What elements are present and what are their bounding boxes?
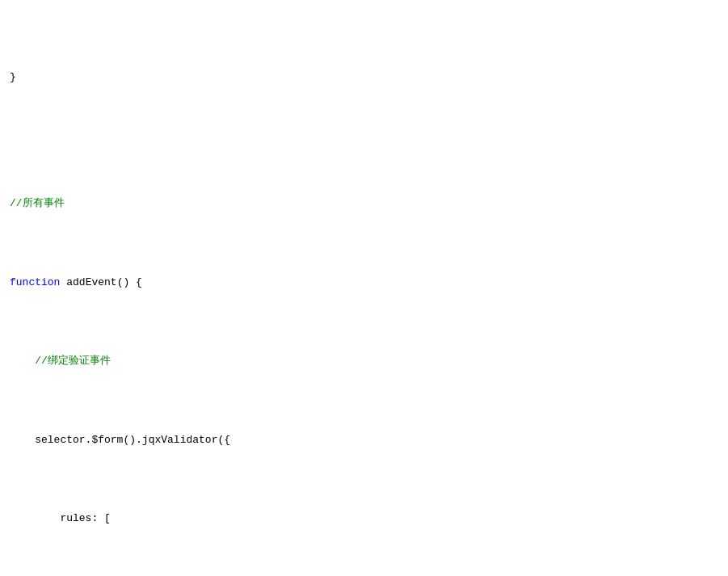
code-line: } [10,69,718,86]
code-editor: } //所有事件 function addEvent() { //绑定验证事件 … [0,0,728,576]
code-line: rules: [ [10,511,718,527]
code-line: function addEvent() { [10,275,718,291]
code-line: //所有事件 [10,196,718,212]
code-line: //绑定验证事件 [10,353,718,369]
code-line [10,117,718,133]
code-line: selector.$form().jqxValidator({ [10,432,718,448]
